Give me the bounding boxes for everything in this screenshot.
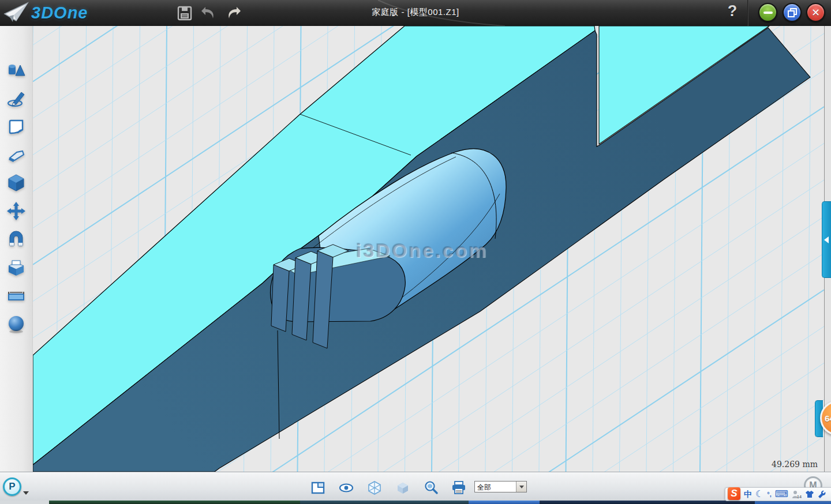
minimize-icon — [763, 12, 773, 14]
punctuation-icon[interactable]: °, — [767, 491, 771, 498]
ime-logo[interactable]: S — [728, 487, 740, 500]
solid-primitives-button[interactable] — [5, 59, 28, 82]
viewport-layout-icon — [311, 481, 325, 495]
zoom-search-icon — [424, 480, 439, 495]
panel-expand-tab[interactable] — [822, 201, 831, 278]
magnet-button[interactable] — [5, 228, 28, 251]
skin-shirt-icon[interactable] — [805, 490, 814, 498]
grid-scale-label: 49.269 mm — [772, 460, 818, 469]
wrench-tool-icon — [818, 490, 826, 499]
titlebar-separator — [747, 0, 748, 26]
feature-cube-icon — [6, 173, 26, 193]
material-sphere-icon — [6, 314, 26, 334]
help-button[interactable]: ? — [723, 2, 742, 23]
titlebar: 3DOne 家庭版 - [模型001.Z1] ? ✕ — [0, 0, 831, 26]
assembly-box-icon — [6, 258, 26, 277]
taskbar-sliver — [0, 501, 831, 504]
svg-text:14: 14 — [797, 495, 802, 499]
move-button[interactable] — [5, 200, 28, 223]
print-icon — [451, 481, 466, 495]
taskbar-seg — [540, 501, 755, 504]
taskbar-seg — [469, 501, 540, 504]
taskbar-seg — [0, 501, 49, 504]
display-filter-arrow-button[interactable] — [516, 482, 526, 492]
magnet-constraint-icon — [6, 230, 26, 249]
shaded-cube-icon — [396, 481, 410, 495]
viewport-layout-button[interactable] — [310, 480, 325, 495]
material-button[interactable] — [5, 313, 28, 336]
wrench-icon[interactable] — [818, 490, 826, 499]
measure-button[interactable] — [5, 284, 28, 307]
shirt-icon — [805, 490, 814, 498]
feature-cube-button[interactable] — [5, 171, 28, 194]
user-icon: 14 — [792, 490, 802, 499]
restore-icon — [788, 8, 797, 17]
wireframe-cube-icon — [368, 481, 381, 495]
zoom-search-button[interactable] — [424, 480, 439, 495]
sketch-plane-icon — [6, 117, 26, 137]
print-button[interactable] — [451, 480, 466, 495]
sketch-plane-button[interactable] — [5, 115, 28, 138]
minimize-button[interactable] — [758, 3, 777, 22]
profile-caret-icon[interactable] — [23, 491, 29, 495]
chevron-left-icon — [824, 236, 829, 243]
bottom-toolbar: P — [0, 472, 831, 501]
move-icon — [6, 201, 26, 221]
ime-lang-mode[interactable]: 中 — [744, 490, 752, 498]
measure-ruler-icon — [6, 286, 26, 306]
assembly-button[interactable] — [5, 256, 28, 279]
eraser-icon — [6, 145, 26, 165]
viewport-3d[interactable]: i3DOne.com 49.269 mm — [33, 26, 824, 472]
window-title: 家庭版 - [模型001.Z1] — [0, 7, 831, 18]
taskbar-seg — [300, 501, 469, 504]
sketch-button[interactable] — [5, 87, 28, 110]
restore-button[interactable] — [783, 3, 802, 22]
visibility-button[interactable] — [339, 480, 354, 495]
moon-icon[interactable]: ☾ — [755, 490, 763, 499]
sketch-pencil-icon — [6, 89, 26, 108]
keyboard-icon[interactable]: ⌨ — [775, 490, 788, 499]
wireframe-display-button[interactable] — [367, 480, 382, 495]
profile-badge[interactable]: P — [3, 477, 21, 496]
taskbar-seg — [49, 501, 300, 504]
zoom-level-value: 64 — [825, 413, 831, 423]
user-badge-icon[interactable]: 14 — [792, 490, 802, 499]
close-icon: ✕ — [811, 7, 820, 18]
scene-canvas — [33, 26, 824, 472]
shaded-display-button[interactable] — [395, 480, 410, 495]
close-button[interactable]: ✕ — [806, 3, 825, 22]
visibility-eye-icon — [339, 481, 354, 495]
left-toolbar — [0, 26, 33, 472]
solid-primitives-icon — [6, 61, 26, 80]
ime-toolbar: S 中 ☾ °, ⌨ 14 — [725, 487, 831, 501]
display-filter-value: 全部 — [475, 482, 516, 492]
chevron-down-icon — [519, 486, 524, 488]
eraser-button[interactable] — [5, 144, 28, 167]
display-filter-select[interactable]: 全部 — [474, 481, 527, 492]
